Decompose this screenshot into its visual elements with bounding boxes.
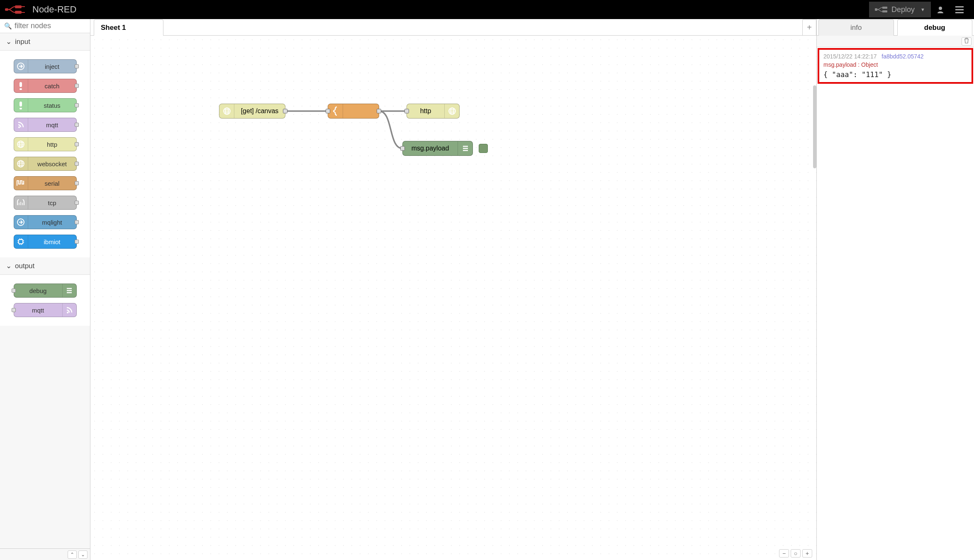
debug-message[interactable]: 2015/12/22 14:22:17 fa8bdd52.05742 msg.p… <box>818 48 973 84</box>
flow-tabs: Sheet 1 + <box>90 19 816 36</box>
canvas-scrollbar[interactable] <box>813 36 816 560</box>
svg-rect-9 <box>19 88 22 90</box>
palette-node-ibmiot[interactable]: ibmiot <box>14 235 77 249</box>
node-port[interactable] <box>75 220 79 224</box>
palette-node-label: debug <box>14 287 62 294</box>
node-port[interactable] <box>75 240 79 244</box>
globe-icon <box>219 104 234 118</box>
svg-point-6 <box>939 7 942 10</box>
node-port[interactable] <box>75 64 79 68</box>
chip-icon <box>14 235 28 248</box>
palette-collapse-up-button[interactable]: ⌃ <box>68 550 77 559</box>
search-icon: 🔍 <box>4 22 12 30</box>
palette-node-label: serial <box>28 180 76 187</box>
deploy-label: Deploy <box>891 5 915 14</box>
wire[interactable] <box>379 111 402 148</box>
node-port[interactable] <box>75 181 79 185</box>
feed-icon <box>62 303 76 317</box>
globe-icon <box>444 104 459 118</box>
canvas[interactable]: − ○ + [get] /canvashttpmsg.payload <box>90 36 816 560</box>
app-title: Node-RED <box>32 4 76 15</box>
palette-node-serial[interactable]: serial <box>14 176 77 190</box>
globe-icon <box>14 138 28 151</box>
palette-node-http[interactable]: http <box>14 137 77 151</box>
list-icon <box>62 284 76 297</box>
palette-node-label: tcp <box>28 199 76 206</box>
zoom-out-button[interactable]: − <box>779 549 789 558</box>
tab-sheet-1[interactable]: Sheet 1 <box>94 19 163 36</box>
palette-node-mqlight[interactable]: mqlight <box>14 215 77 229</box>
palette-search-input[interactable] <box>15 22 86 30</box>
flow-node-debug[interactable]: msg.payload <box>402 141 473 156</box>
sidebar: info debug 2015/12/22 14:22:17 fa8bdd52.… <box>816 19 974 560</box>
zoom-reset-button[interactable]: ○ <box>791 549 801 558</box>
clear-debug-button[interactable] <box>962 37 972 46</box>
palette-node-label: mqlight <box>28 219 76 226</box>
svg-rect-5 <box>882 10 887 12</box>
node-input-port[interactable] <box>404 109 409 114</box>
svg-rect-10 <box>19 102 22 107</box>
debug-payload: { "aaa": "111" } <box>823 70 967 79</box>
svg-rect-0 <box>5 8 8 11</box>
debug-toggle-button[interactable] <box>479 144 488 153</box>
debug-toolbar <box>817 36 974 47</box>
palette-node-label: websocket <box>28 160 76 167</box>
node-port[interactable] <box>75 201 79 205</box>
palette-node-mqtt[interactable]: mqtt <box>14 118 77 132</box>
brace-icon <box>328 104 343 118</box>
sidebar-tabs: info debug <box>817 19 974 36</box>
svg-rect-2 <box>15 11 22 14</box>
menu-button[interactable] <box>950 0 969 19</box>
node-port[interactable] <box>75 84 79 88</box>
palette-search[interactable]: 🔍 <box>0 19 90 33</box>
canvas-footer: − ○ + <box>779 549 812 558</box>
sidebar-tab-debug[interactable]: debug <box>897 19 973 36</box>
flow-node-http-resp[interactable]: http <box>407 104 460 119</box>
flow-node-label: [get] /canvas <box>234 107 285 115</box>
feed-icon <box>14 118 28 131</box>
debug-topic: msg.payload : Object <box>823 61 967 68</box>
chevron-down-icon: ⌄ <box>6 262 12 270</box>
node-port[interactable] <box>75 142 79 146</box>
sidebar-tab-info[interactable]: info <box>818 19 894 36</box>
user-menu-button[interactable] <box>931 0 950 19</box>
palette-node-status[interactable]: status <box>14 98 77 112</box>
debug-node-id[interactable]: fa8bdd52.05742 <box>881 53 923 60</box>
svg-rect-3 <box>875 8 877 11</box>
palette-category-output[interactable]: ⌄output <box>0 257 90 275</box>
palette-node-tcp[interactable]: tcp <box>14 196 77 210</box>
list-icon <box>458 141 472 155</box>
canvas-area: Sheet 1 + − ○ + [get] /canvashttpmsg.pay… <box>90 19 816 560</box>
deploy-icon <box>875 7 887 12</box>
palette-node-websocket[interactable]: websocket <box>14 157 77 171</box>
node-port[interactable] <box>12 288 16 293</box>
node-output-port[interactable] <box>283 109 287 114</box>
svg-rect-8 <box>19 82 22 87</box>
flow-node-http-in[interactable]: [get] /canvas <box>219 104 285 119</box>
debug-timestamp: 2015/12/22 14:22:17 <box>823 53 877 60</box>
node-port[interactable] <box>75 123 79 127</box>
bridge-icon <box>14 196 28 209</box>
node-input-port[interactable] <box>400 146 405 151</box>
node-input-port[interactable] <box>326 109 330 114</box>
palette-node-label: http <box>28 141 76 148</box>
deploy-button[interactable]: Deploy ▼ <box>869 2 931 17</box>
node-output-port[interactable] <box>377 109 381 114</box>
node-port[interactable] <box>12 308 16 312</box>
node-port[interactable] <box>75 103 79 107</box>
palette-node-catch[interactable]: catch <box>14 79 77 93</box>
hamburger-icon <box>955 6 964 13</box>
palette-node-inject[interactable]: inject <box>14 59 77 73</box>
scrollbar-thumb[interactable] <box>813 85 816 168</box>
palette-footer: ⌃ ⌄ <box>0 548 90 560</box>
node-port[interactable] <box>75 162 79 166</box>
flow-node-template[interactable] <box>328 104 379 119</box>
palette-node-mqtt[interactable]: mqtt <box>14 303 77 317</box>
palette-node-debug[interactable]: debug <box>14 284 77 298</box>
add-tab-button[interactable]: + <box>802 19 816 35</box>
palette-collapse-down-button[interactable]: ⌄ <box>78 550 88 559</box>
user-icon <box>937 6 944 13</box>
palette-node-label: mqtt <box>28 121 76 128</box>
zoom-in-button[interactable]: + <box>802 549 812 558</box>
palette-category-input[interactable]: ⌄input <box>0 33 90 51</box>
